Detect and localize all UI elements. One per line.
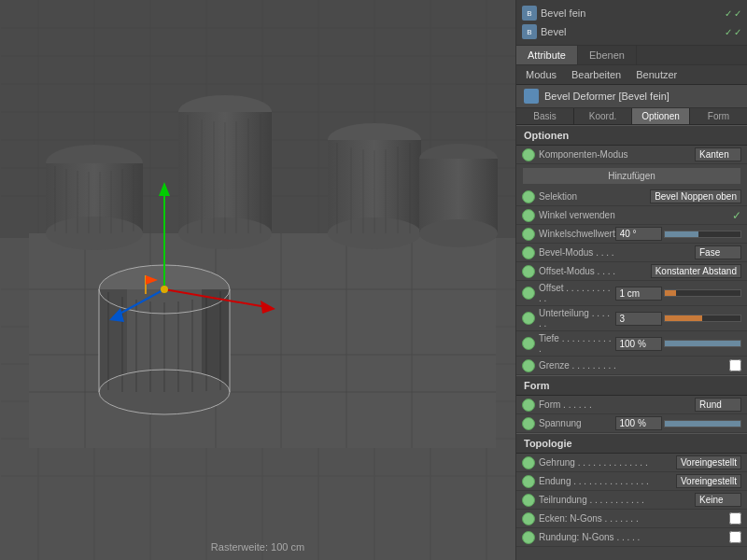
check-visible-1: ✓ [725,8,732,19]
submenu-modus[interactable]: Modus [520,67,562,82]
tab-attribute[interactable]: Attribute [516,46,578,64]
label-komponenten: Komponenten-Modus [539,149,695,160]
value-spannung[interactable]: 100 % [615,416,662,430]
value-offset-modus[interactable]: Konstanter Abstand [651,264,741,278]
slider-spannung[interactable] [664,420,742,427]
modifier-icon-2: B [522,24,537,39]
dot-bevel-modus [522,246,535,259]
value-bevel-modus[interactable]: Fase [695,245,741,259]
properties-panel[interactable]: Optionen Komponenten-Modus Kanten Hinzuf… [516,125,747,560]
prop-bevel-modus: Bevel-Modus . . . . Fase [516,244,747,262]
slider-offset[interactable] [664,289,742,297]
svg-point-78 [419,219,498,247]
modifier-item-bevel-fein[interactable]: B Bevel fein ✓ ✓ [522,4,741,22]
prop-winkelschwellwert: Winkelschwellwert 40 ° [516,225,747,244]
modifier-icon-1: B [522,6,537,21]
value-winkelschwellwert[interactable]: 40 ° [615,227,662,241]
prop-selektion: Selektion Bevel Noppen oben [516,188,747,206]
checkbox-rundung[interactable] [729,531,741,543]
value-offset[interactable]: 1 cm [615,287,662,301]
label-ecken: Ecken: N-Gons . . . . . . . [539,513,729,524]
dot-gehrung [522,456,535,469]
checkbox-ecken[interactable] [729,512,741,525]
prop-teilrundung: Teilrundung . . . . . . . . . . . Keine [516,491,747,510]
dot-ecken [522,512,535,525]
dot-offset [522,287,535,300]
dot-offset-modus [522,265,535,278]
dot-tiefe [522,337,535,350]
hinzufuegen-row: Hinzufügen [516,164,747,188]
submenu-bearbeiten[interactable]: Bearbeiten [566,67,627,82]
label-endung: Endung . . . . . . . . . . . . . . . [539,476,676,486]
value-tiefe[interactable]: 100 % [615,337,662,351]
sub-menu: Modus Bearbeiten Benutzer [516,65,747,85]
modifier-checks-2: ✓ ✓ [725,27,741,37]
dot-spannung [522,417,535,430]
tab-ebenen[interactable]: Ebenen [578,46,637,64]
tab-koord[interactable]: Koord. [574,108,632,124]
dot-komponenten [522,148,535,161]
svg-point-47 [46,217,143,250]
raster-label: Rasterweite: 100 cm [211,541,304,553]
dot-endung [522,475,535,488]
property-tabs: Basis Koord. Optionen Form [516,108,747,125]
label-teilrundung: Teilrundung . . . . . . . . . . . [539,495,695,505]
dot-rundung [522,531,535,544]
deformer-header: Bevel Deformer [Bevel fein] [516,85,747,108]
label-winkel-verwenden: Winkel verwenden [539,210,728,220]
label-form: Form . . . . . . [539,399,695,410]
prop-komponenten-modus: Komponenten-Modus Kanten [516,146,747,164]
prop-rundung: Rundung: N-Gons . . . . . [516,528,747,547]
dot-winkelschwellwert [522,228,535,241]
checkbox-grenze[interactable] [729,359,741,371]
prop-spannung: Spannung 100 % [516,414,747,433]
slider-winkelschwellwert[interactable] [664,231,741,238]
right-panel: B Bevel fein ✓ ✓ B Bevel ✓ ✓ Attribute E… [515,0,747,560]
modifier-item-bevel[interactable]: B Bevel ✓ ✓ [522,22,741,41]
prop-offset: Offset . . . . . . . . . . . 1 cm [516,281,747,306]
prop-ecken: Ecken: N-Gons . . . . . . . [516,510,747,528]
value-endung[interactable]: Voreingestellt [676,474,741,488]
deformer-name: Bevel Deformer [Bevel fein] [544,91,669,102]
prop-grenze: Grenze . . . . . . . . . [516,357,747,375]
value-form[interactable]: Rund [695,398,741,412]
label-gehrung: Gehrung . . . . . . . . . . . . . . [539,457,676,468]
svg-point-103 [161,286,168,293]
modifier-list: B Bevel fein ✓ ✓ B Bevel ✓ ✓ [516,0,747,46]
modifier-checks-1: ✓ ✓ [725,8,741,19]
hinzufuegen-button[interactable]: Hinzufügen [522,167,741,185]
label-winkelschwellwert: Winkelschwellwert [539,229,615,239]
prop-form: Form . . . . . . Rund [516,396,747,414]
viewport[interactable]: Rasterweite: 100 cm [0,0,515,560]
label-bevel-modus: Bevel-Modus . . . . [539,247,695,258]
prop-tiefe: Tiefe . . . . . . . . . . . 100 % [516,331,747,357]
label-rundung: Rundung: N-Gons . . . . . [539,532,729,542]
main-tabs: Attribute Ebenen [516,46,747,65]
value-teilrundung[interactable]: Keine [695,493,741,507]
prop-unterteilung: Unterteilung . . . . . . 3 [516,306,747,331]
dot-unterteilung [522,312,535,325]
value-gehrung[interactable]: Voreingestellt [676,455,741,469]
label-spannung: Spannung [539,418,615,428]
dot-form [522,399,535,412]
section-form: Form [516,375,747,396]
section-optionen: Optionen [516,125,747,146]
check-winkel-verwenden[interactable]: ✓ [732,209,741,222]
slider-tiefe[interactable] [664,340,742,347]
submenu-benutzer[interactable]: Benutzer [630,67,683,82]
value-selektion[interactable]: Bevel Noppen oben [650,189,741,203]
deformer-icon [524,89,539,104]
dot-selektion [522,190,535,203]
tab-optionen[interactable]: Optionen [632,108,690,124]
check-render-2: ✓ [734,27,741,37]
value-unterteilung[interactable]: 3 [615,312,662,326]
tab-basis[interactable]: Basis [516,108,574,124]
check-visible-2: ✓ [725,27,732,37]
tab-form[interactable]: Form [690,108,747,124]
value-komponenten[interactable]: Kanten [695,147,741,161]
label-offset-modus: Offset-Modus . . . . [539,266,651,276]
label-selektion: Selektion [539,191,650,202]
label-offset: Offset . . . . . . . . . . . [539,283,615,303]
slider-unterteilung[interactable] [664,315,742,322]
prop-offset-modus: Offset-Modus . . . . Konstanter Abstand [516,262,747,281]
